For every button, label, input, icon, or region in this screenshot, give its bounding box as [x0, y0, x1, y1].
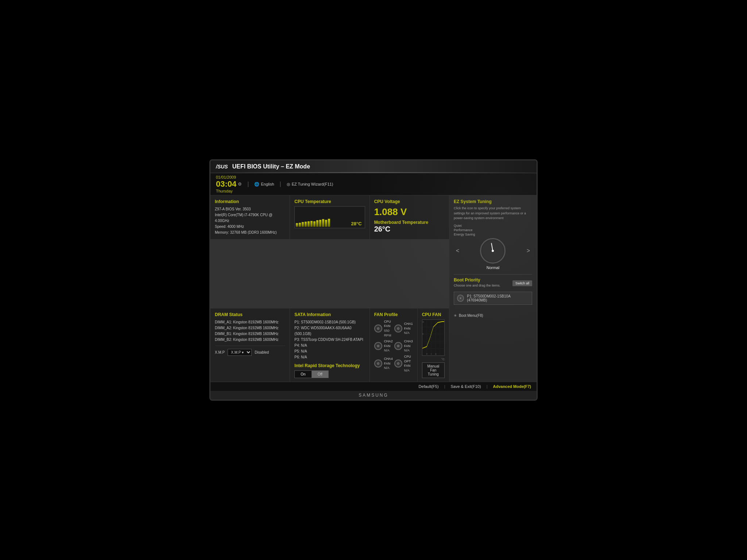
- sata-p3: P3: TSSTcorp CDDVDW SH-224FB ATAPI: [294, 337, 365, 343]
- cha3-fan-label: CHA3 FAN: [404, 339, 413, 348]
- tuning-mode-label: Normal: [487, 265, 499, 270]
- information-panel: Information Z97-A BIOS Ver. 3503 Intel(R…: [210, 195, 290, 239]
- cpu-fan-speed: 550 RPM: [384, 328, 393, 338]
- quiet-label: Quiet: [454, 224, 532, 228]
- cha2-fan-icon: ✿: [374, 342, 382, 350]
- settings-icon[interactable]: ⚙: [238, 182, 242, 187]
- dimm-a2: DIMM_A2: Kingston 8192MB 1600MHz: [215, 325, 285, 331]
- rst-on-button[interactable]: On: [294, 370, 311, 378]
- xmp-row: X.M.P X.M.P ▾ Disabled: [215, 346, 285, 356]
- dram-info: DIMM_A1: Kingston 8192MB 1600MHz DIMM_A2…: [215, 319, 285, 343]
- voltage-value: 1.088 V: [374, 206, 407, 217]
- cpu-temp-value: 28°C: [351, 221, 362, 226]
- cpu-fan-chart-title: CPU FAN: [422, 312, 445, 317]
- cpu-fan-icon: ✿: [374, 324, 382, 332]
- cha4-fan-item: ✿ CHA4 FAN N/A: [374, 354, 393, 373]
- boot-item-1[interactable]: ● P1: ST500DM002-1SB10A (476940MB): [454, 292, 532, 305]
- cha3-fan-icon: ✿: [394, 342, 402, 350]
- gauge-dot: [492, 250, 494, 252]
- save-exit-button[interactable]: Save & Exit(F10): [450, 384, 481, 389]
- cpu-voltage-panel: CPU Voltage 1.088 V Motherboard Temperat…: [370, 195, 449, 239]
- asus-logo: /SUS: [216, 164, 228, 170]
- divider-1: |: [247, 181, 249, 187]
- cpu-opt-fan-icon: ✿: [394, 359, 402, 368]
- wizard-icon: ◎: [287, 182, 290, 187]
- cha1-fan-speed: N/A: [404, 331, 413, 335]
- date-display: 01/01/2009: [216, 175, 242, 179]
- manual-fan-tuning-button[interactable]: Manual Fan Tuning: [422, 362, 445, 378]
- boot-menu-button[interactable]: ✳ Boot Menu(F8): [454, 312, 532, 319]
- sata-p4: P4: N/A: [294, 343, 365, 349]
- advanced-mode-button[interactable]: Advanced Mode(F7): [493, 384, 531, 389]
- cpu-opt-fan-item: ✿ CPU OPT FAN N/A: [394, 354, 413, 373]
- dimm-b1: DIMM_B1: Kingston 8192MB 1600MHz: [215, 331, 285, 337]
- boot-priority-title: Boot Priority: [454, 277, 500, 283]
- language-button[interactable]: 🌐 English: [254, 182, 274, 187]
- boot-priority-section: Boot Priority Choose one and drag the it…: [454, 274, 532, 305]
- switch-all-button[interactable]: Switch all: [512, 280, 532, 286]
- rst-off-button[interactable]: Off: [311, 370, 329, 378]
- svg-text:100: 100: [422, 320, 423, 323]
- cpu-info: Intel(R) Core(TM) i7-4790K CPU @ 4.00GHz: [215, 212, 285, 224]
- cpu-fan-item: ✿ CPU FAN 550 RPM: [374, 319, 393, 338]
- bios-version: Z97-A BIOS Ver. 3503: [215, 206, 285, 212]
- toolbar: 01/01/2009 03:04 ⚙ Thursday | 🌐 English …: [210, 173, 537, 195]
- cpu-opt-fan-label: CPU OPT FAN: [404, 354, 413, 368]
- next-mode-button[interactable]: >: [525, 246, 532, 255]
- sata-p5: P5: N/A: [294, 349, 365, 354]
- wizard-label: EZ Tuning Wizard(F11): [292, 182, 333, 186]
- sata-p1: P1: ST500DM002-1SB10A (500.1GB): [294, 319, 365, 325]
- footer-divider-1: |: [444, 384, 445, 389]
- gauge-container: < >: [454, 238, 532, 264]
- ez-wizard-button[interactable]: ◎ EZ Tuning Wizard(F11): [287, 182, 333, 187]
- sata-p6: P6: N/A: [294, 354, 365, 360]
- rst-toggle: On Off: [294, 370, 365, 378]
- svg-text:100: 100: [435, 353, 436, 355]
- boot-priority-desc: Choose one and drag the items.: [454, 284, 500, 287]
- intel-rst-section: Intel Rapid Storage Technology On Off: [294, 363, 365, 378]
- svg-text:50: 50: [426, 353, 427, 355]
- footer-bar: Default(F5) | Save & Exit(F10) | Advance…: [210, 382, 537, 391]
- svg-text:80: 80: [422, 333, 423, 335]
- cha3-fan-item: ✿ CHA3 FAN N/A: [394, 339, 413, 353]
- cha1-fan-icon: ✿: [394, 324, 402, 332]
- cpu-fan-panel: CPU FAN: [418, 308, 449, 382]
- hdd-icon: ●: [457, 295, 464, 302]
- cpu-temp-title: CPU Temperature: [294, 199, 365, 204]
- globe-icon: 🌐: [254, 182, 259, 187]
- bottom-row: DRAM Status DIMM_A1: Kingston 8192MB 160…: [210, 308, 537, 382]
- cpu-fan-chart: 100 80 50 70 100: [422, 319, 445, 356]
- fan-section: FAN Profile ✿ CPU FAN 550 RPM ✿: [370, 308, 449, 382]
- header-bar: /SUS UEFI BIOS Utility – EZ Mode: [210, 160, 537, 173]
- mb-temp-value: 26°C: [374, 225, 445, 233]
- cpu-voltage-title: CPU Voltage: [374, 199, 445, 204]
- top-row: Information Z97-A BIOS Ver. 3503 Intel(R…: [210, 195, 537, 308]
- performance-label: Performance: [454, 228, 532, 232]
- info-title: Information: [215, 199, 285, 204]
- svg-text:70: 70: [431, 353, 431, 355]
- temp-display: 28°C: [294, 206, 365, 228]
- fan-grid: ✿ CPU FAN 550 RPM ✿ CHA1 FAN N/: [374, 319, 413, 373]
- boot-device-label: P1: ST500DM002-1SB10A (476940MB): [467, 294, 529, 302]
- divider-2: |: [280, 181, 281, 187]
- ez-tuning-panel: EZ System Tuning Click the icon to speci…: [449, 195, 537, 308]
- cha4-fan-label: CHA4 FAN: [384, 357, 393, 366]
- bios-screen: /SUS UEFI BIOS Utility – EZ Mode 01/01/2…: [210, 160, 537, 391]
- rst-title: Intel Rapid Storage Technology: [294, 363, 365, 368]
- prev-mode-button[interactable]: <: [454, 246, 461, 255]
- fan-profile-panel: FAN Profile ✿ CPU FAN 550 RPM ✿: [370, 308, 417, 382]
- dimm-a1: DIMM_A1: Kingston 8192MB 1600MHz: [215, 319, 285, 325]
- fan-chart-svg: 100 80 50 70 100: [422, 320, 444, 355]
- ez-tuning-desc: Click the icon to specify your preferred…: [454, 206, 532, 221]
- xmp-select[interactable]: X.M.P ▾: [228, 349, 252, 356]
- right-bottom-panel: ✳ Boot Menu(F8): [449, 308, 537, 382]
- default-button[interactable]: Default(F5): [419, 384, 439, 389]
- xmp-label: X.M.P: [215, 350, 225, 354]
- cha1-fan-item: ✿ CHA1 FAN N/A: [394, 319, 413, 338]
- ez-tuning-title: EZ System Tuning: [454, 199, 532, 204]
- language-label: English: [261, 182, 274, 186]
- boot-menu-label: Boot Menu(F8): [459, 314, 483, 318]
- bios-title: UEFI BIOS Utility – EZ Mode: [232, 163, 531, 170]
- cha4-fan-icon: ✿: [374, 359, 382, 368]
- cpu-temperature-panel: CPU Temperature: [290, 195, 369, 239]
